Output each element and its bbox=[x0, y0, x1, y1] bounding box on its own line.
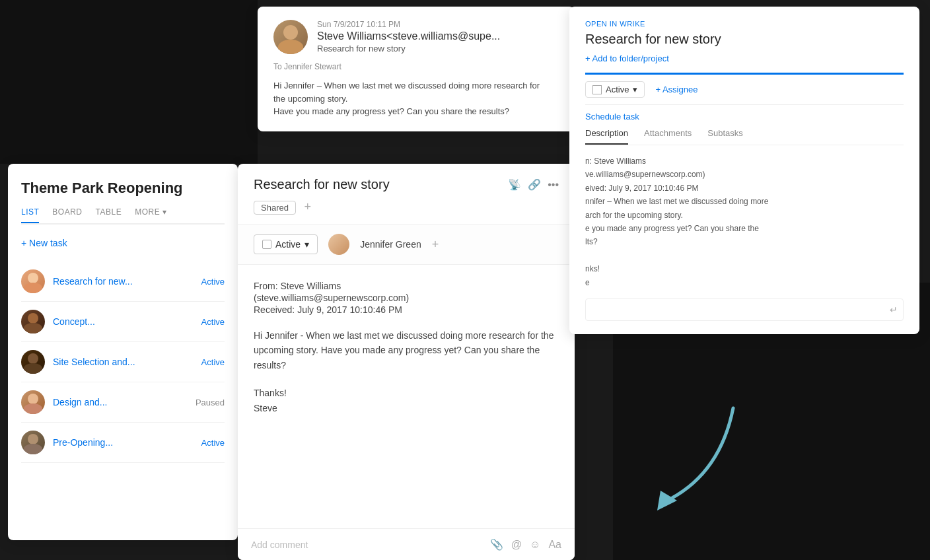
main-panel: Research for new story 📡 🔗 ••• Shared + … bbox=[238, 164, 575, 560]
assignee-name: Jennifer Green bbox=[360, 239, 421, 250]
email-meta: Sun 7/9/2017 10:11 PM Steve Williams<ste… bbox=[317, 20, 559, 53]
nav-board[interactable]: BOARD bbox=[52, 207, 82, 223]
black-overlay-topleft bbox=[0, 0, 258, 164]
task-name-4: Design and... bbox=[53, 397, 188, 407]
new-task-label: + New task bbox=[21, 238, 67, 248]
desc-line4: lts? bbox=[585, 235, 904, 248]
emoji-icon[interactable]: ☺ bbox=[530, 539, 540, 551]
add-to-folder-btn[interactable]: + Add to folder/project bbox=[585, 53, 904, 63]
task-status-3: Active bbox=[201, 357, 225, 367]
email-thanks: Thanks! bbox=[254, 386, 559, 400]
nav-list[interactable]: LIST bbox=[21, 207, 39, 223]
email-timestamp: Sun 7/9/2017 10:11 PM bbox=[317, 20, 559, 29]
task-row[interactable]: Site Selection and... Active bbox=[21, 342, 225, 382]
task-name-2: Concept... bbox=[53, 316, 194, 327]
task-status-bar: Active ▾ Jennifer Green + bbox=[238, 225, 575, 265]
wrike-status-button[interactable]: Active ▾ bbox=[585, 81, 645, 98]
wrike-task-title: Research for new story bbox=[585, 32, 904, 47]
new-task-button[interactable]: + New task bbox=[21, 238, 225, 248]
shared-tag: Shared bbox=[254, 201, 296, 215]
comment-area: Add comment 📎 @ ☺ Aa bbox=[238, 528, 575, 560]
task-row[interactable]: Research for new... Active bbox=[21, 262, 225, 302]
task-status-4: Paused bbox=[196, 398, 225, 407]
mention-icon[interactable]: @ bbox=[511, 539, 522, 551]
desc-received: eived: July 9, 2017 10:10:46 PM bbox=[585, 182, 904, 195]
sender-avatar bbox=[273, 20, 308, 54]
attachment-icon[interactable]: 📎 bbox=[490, 538, 503, 551]
assignee-avatar bbox=[328, 234, 349, 255]
tab-attachments[interactable]: Attachments bbox=[644, 128, 692, 145]
task-row[interactable]: Design and... Paused bbox=[21, 382, 225, 423]
format-icon[interactable]: Aa bbox=[548, 539, 561, 551]
title-row: Research for new story 📡 🔗 ••• bbox=[254, 177, 559, 192]
email-body-line3: Have you made any progress yet? Can you … bbox=[273, 105, 559, 118]
task-avatar-3 bbox=[21, 350, 45, 374]
email-header: Sun 7/9/2017 10:11 PM Steve Williams<ste… bbox=[273, 20, 559, 54]
add-tag-button[interactable]: + bbox=[304, 200, 311, 213]
main-panel-header: Research for new story 📡 🔗 ••• Shared + bbox=[238, 164, 575, 225]
task-name-5: Pre-Opening... bbox=[53, 437, 194, 448]
more-icon[interactable]: ••• bbox=[548, 179, 559, 191]
task-status-5: Active bbox=[201, 438, 225, 448]
task-name-3: Site Selection and... bbox=[53, 357, 194, 367]
shared-label: Shared bbox=[261, 203, 289, 213]
comment-placeholder[interactable]: Add comment bbox=[251, 540, 308, 550]
nav-table[interactable]: TABLE bbox=[96, 207, 122, 223]
from-line: From: Steve Williams bbox=[254, 281, 559, 291]
arrow-svg bbox=[627, 395, 760, 527]
email-subject: Research for new story bbox=[317, 44, 559, 53]
open-in-wrike-label[interactable]: OPEN IN WRIKE bbox=[585, 20, 904, 28]
main-panel-title: Research for new story bbox=[254, 177, 390, 192]
wrike-description: n: Steve Williams ve.williams@supernewsc… bbox=[585, 155, 904, 289]
nav-more[interactable]: MORE ▾ bbox=[135, 207, 166, 223]
task-status-2: Active bbox=[201, 317, 225, 327]
received-line: Received: July 9, 2017 10:10:46 PM bbox=[254, 304, 559, 315]
active-label: Active bbox=[275, 239, 301, 250]
add-assignee-button[interactable]: + bbox=[432, 238, 439, 252]
email-body-line1: Hi Jennifer – When we last met we discus… bbox=[273, 79, 559, 92]
active-status-button[interactable]: Active ▾ bbox=[254, 234, 318, 254]
wrike-panel: OPEN IN WRIKE Research for new story + A… bbox=[569, 7, 919, 334]
wrike-reply-area[interactable]: ↵ bbox=[585, 298, 904, 321]
email-body-text: Hi Jennifer - When we last met we discus… bbox=[254, 328, 559, 372]
wrike-tabs: Description Attachments Subtasks bbox=[585, 128, 904, 145]
left-sidebar: Theme Park Reopening LIST BOARD TABLE MO… bbox=[8, 164, 238, 540]
desc-sign1: nks! bbox=[585, 262, 904, 275]
email-to: To Jennifer Stewart bbox=[273, 62, 559, 71]
sidebar-nav: LIST BOARD TABLE MORE ▾ bbox=[21, 207, 225, 225]
tags-row: Shared + bbox=[254, 200, 559, 215]
panel-action-icons: 📡 🔗 ••• bbox=[508, 178, 559, 191]
comment-icons: 📎 @ ☺ Aa bbox=[490, 538, 561, 551]
task-row[interactable]: Concept... Active bbox=[21, 302, 225, 342]
status-checkbox bbox=[592, 85, 602, 94]
desc-line2: arch for the upcoming story. bbox=[585, 209, 904, 222]
task-row[interactable]: Pre-Opening... Active bbox=[21, 423, 225, 463]
desc-line3: e you made any progress yet? Can you sha… bbox=[585, 222, 904, 235]
email-content-panel: From: Steve Williams (steve.williams@sup… bbox=[238, 265, 575, 431]
arrow-container bbox=[627, 395, 760, 527]
wrike-status-arrow: ▾ bbox=[633, 85, 637, 94]
task-name-1: Research for new... bbox=[53, 276, 194, 287]
desc-email: ve.williams@supernewscorp.com) bbox=[585, 168, 904, 181]
desc-sign2: e bbox=[585, 276, 904, 289]
link-icon[interactable]: 🔗 bbox=[528, 178, 541, 191]
desc-line1: nnifer – When we last met we discussed d… bbox=[585, 195, 904, 208]
wrike-status-row: Active ▾ + Assignee bbox=[585, 73, 904, 105]
task-status-1: Active bbox=[201, 277, 225, 287]
tab-subtasks[interactable]: Subtasks bbox=[707, 128, 742, 145]
reply-icon: ↵ bbox=[890, 304, 898, 315]
email-sender: Steve Williams<steve.williams@supe... bbox=[317, 30, 559, 42]
email-preview-card: Sun 7/9/2017 10:11 PM Steve Williams<ste… bbox=[258, 7, 575, 131]
tab-description[interactable]: Description bbox=[585, 128, 628, 145]
schedule-task-link[interactable]: Schedule task bbox=[585, 112, 904, 122]
rss-icon[interactable]: 📡 bbox=[508, 178, 521, 191]
task-avatar-4 bbox=[21, 390, 45, 414]
email-signature: Steve bbox=[254, 401, 559, 415]
wrike-assignee-button[interactable]: + Assignee bbox=[655, 85, 698, 94]
active-checkbox bbox=[262, 240, 271, 249]
wrike-status-label: Active bbox=[606, 85, 629, 94]
email-line: (steve.williams@supernewscorp.com) bbox=[254, 293, 559, 303]
sidebar-title: Theme Park Reopening bbox=[21, 180, 225, 197]
task-avatar-2 bbox=[21, 310, 45, 333]
status-dropdown-icon: ▾ bbox=[304, 239, 309, 250]
